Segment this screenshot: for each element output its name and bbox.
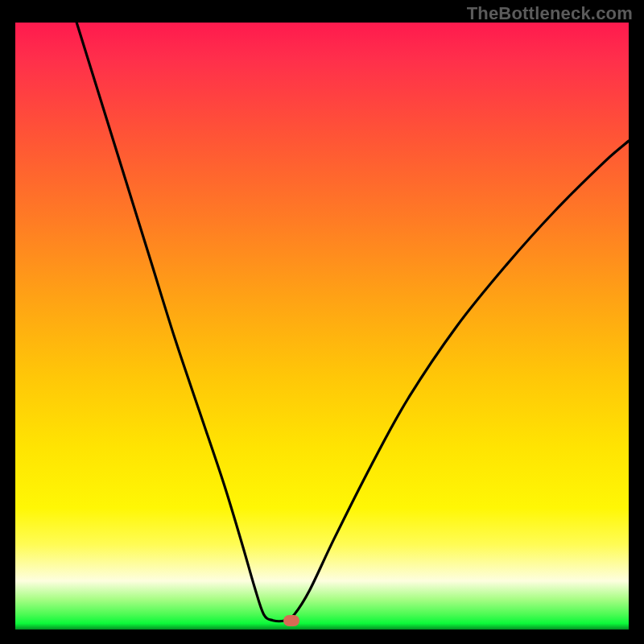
bottleneck-curve [76,23,629,621]
curve-layer [15,23,629,630]
plot-area [15,23,629,630]
watermark-text: TheBottleneck.com [467,3,633,24]
chart-container: TheBottleneck.com [0,0,644,644]
optimal-point-marker [283,615,299,626]
